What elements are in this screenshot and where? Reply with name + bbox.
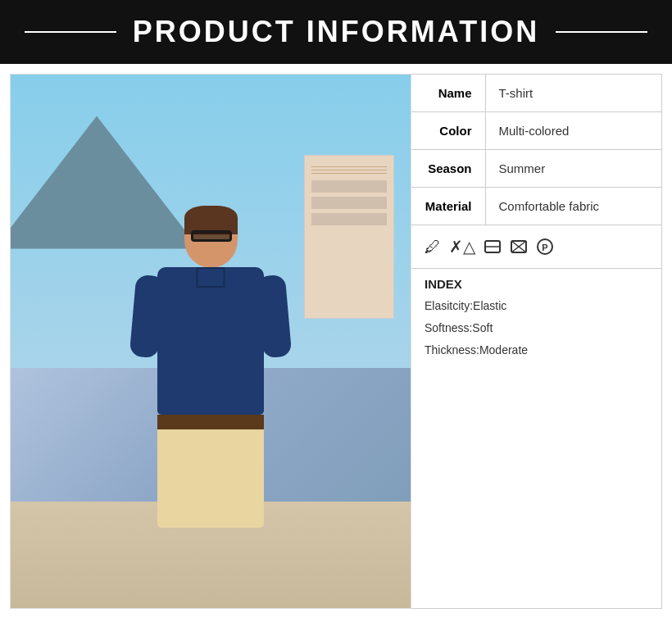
table-label: Material [411, 188, 485, 225]
header-line-left [25, 31, 116, 33]
table-value: Multi-colored [485, 112, 661, 150]
index-title: INDEX [425, 277, 648, 291]
page-header: PRODUCT INFORMATION [0, 0, 672, 64]
product-image [10, 74, 411, 609]
page-title: PRODUCT INFORMATION [133, 15, 539, 49]
main-content: Name T-shirt Color Multi-colored Season … [0, 64, 672, 619]
man-figure [157, 206, 264, 528]
svg-text:P: P [542, 243, 547, 252]
index-item: Softness:Soft [425, 320, 648, 337]
care-icon-bleach: ✗△ [449, 237, 475, 257]
man-collar [197, 267, 225, 288]
header-line-right [556, 31, 647, 33]
man-belt [157, 415, 264, 429]
care-icon-iron [484, 238, 502, 256]
index-section: INDEX Elasitcity:ElasticSoftness:SoftThi… [411, 269, 661, 608]
table-value: Summer [485, 150, 661, 188]
man-head [184, 206, 238, 267]
table-row: Name T-shirt [411, 75, 661, 112]
man-glasses [191, 230, 232, 242]
table-row: Material Comfortable fabric [411, 188, 661, 225]
info-panel: Name T-shirt Color Multi-colored Season … [411, 74, 662, 609]
table-row: Color Multi-colored [411, 112, 661, 150]
table-label: Season [411, 150, 485, 188]
table-value: T-shirt [485, 75, 661, 112]
table-row: Season Summer [411, 150, 661, 188]
care-icon-dry-clean: P [536, 238, 554, 256]
care-section: 🖊 ✗△ P [411, 225, 661, 269]
product-info-table: Name T-shirt Color Multi-colored Season … [411, 75, 661, 225]
care-icon-wash: 🖊 [425, 238, 441, 257]
care-icon-tumble [510, 238, 528, 256]
table-label: Color [411, 112, 485, 150]
table-label: Name [411, 75, 485, 112]
index-item: Elasitcity:Elastic [425, 297, 648, 315]
background-building [304, 155, 394, 319]
man-pants [157, 429, 264, 528]
man-arm-left [129, 275, 166, 359]
index-item: Thickness:Moderate [425, 342, 648, 359]
table-value: Comfortable fabric [485, 188, 661, 225]
man-body [157, 267, 264, 415]
